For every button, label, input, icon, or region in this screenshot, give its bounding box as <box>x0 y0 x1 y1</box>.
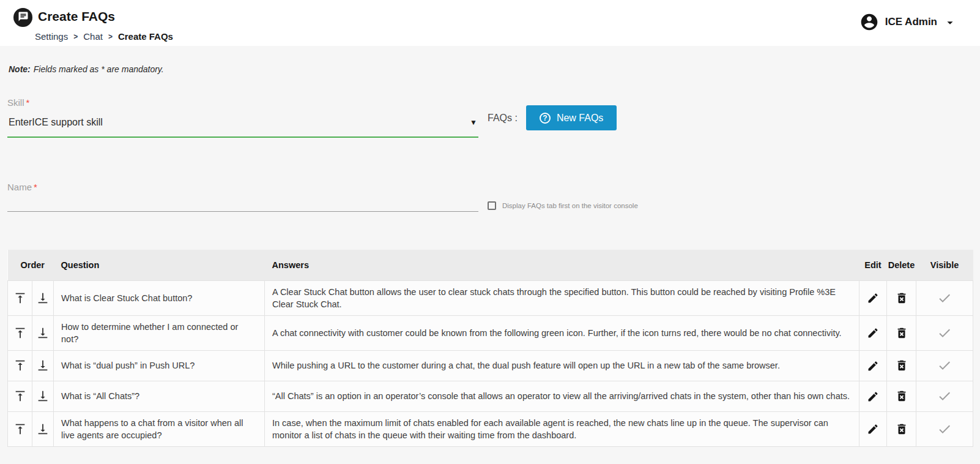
question-text: What is “All Chats”? <box>61 391 139 401</box>
note-prefix: Note: <box>9 64 31 74</box>
mandatory-note: Note:Fields marked as * are mandatory. <box>7 46 973 74</box>
pencil-icon[interactable] <box>867 391 879 403</box>
answer-cell: A Clear Stuck Chat button allows the use… <box>265 280 859 315</box>
table-row: What is Clear Stuck Chat button? A Clear… <box>8 280 973 315</box>
move-to-bottom-icon[interactable] <box>36 422 50 436</box>
question-text: What happens to a chat from a visitor wh… <box>61 418 243 440</box>
question-cell: What is “All Chats”? <box>54 381 265 411</box>
move-to-bottom-icon[interactable] <box>36 326 50 340</box>
visible-cell <box>916 315 973 350</box>
order-up-cell <box>8 315 32 350</box>
new-faqs-button[interactable]: ? New FAQs <box>526 105 617 130</box>
pencil-icon[interactable] <box>867 292 879 304</box>
move-to-top-icon[interactable] <box>13 422 27 436</box>
move-to-bottom-icon[interactable] <box>36 359 50 372</box>
answer-text: “All Chats” is an option in an operator’… <box>272 391 850 401</box>
table-row: How to determine whether I am connected … <box>8 315 973 350</box>
question-cell: What is Clear Stuck Chat button? <box>54 280 265 315</box>
visible-cell <box>916 381 973 411</box>
pencil-icon[interactable] <box>867 423 879 435</box>
page-title: Create FAQs <box>38 9 115 24</box>
move-to-bottom-icon[interactable] <box>36 389 50 403</box>
edit-cell <box>859 411 887 446</box>
order-up-cell <box>8 350 32 381</box>
checkbox-unchecked[interactable] <box>488 201 496 210</box>
answer-cell: While pushing a URL to the customer duri… <box>265 350 859 381</box>
faq-table-wrap: Order Question Answers Edit Delete Visib… <box>7 250 973 447</box>
order-up-cell <box>8 381 32 411</box>
form-left-column: Skill* EnterICE support skill ▼ Name* <box>7 97 478 212</box>
user-menu[interactable]: ICE Admin <box>859 12 957 32</box>
move-to-top-icon[interactable] <box>13 389 27 403</box>
form-right-column: FAQs : ? New FAQs Display FAQs tab first… <box>488 97 973 212</box>
pencil-icon[interactable] <box>867 327 879 339</box>
move-to-top-icon[interactable] <box>13 359 27 372</box>
trash-x-icon[interactable] <box>895 291 908 305</box>
name-label: Name* <box>7 182 478 192</box>
faqs-label: FAQs : <box>488 113 518 124</box>
note-text: Fields marked as * are mandatory. <box>34 64 164 74</box>
help-icon: ? <box>540 113 551 124</box>
move-to-top-icon[interactable] <box>13 326 27 340</box>
col-header-visible: Visible <box>916 250 973 280</box>
skill-label: Skill* <box>7 97 478 108</box>
col-header-edit: Edit <box>859 250 887 280</box>
visible-cell <box>916 350 973 381</box>
skill-select[interactable]: EnterICE support skill ▼ <box>7 113 478 138</box>
form-grid: Skill* EnterICE support skill ▼ Name* FA… <box>7 97 973 212</box>
name-input[interactable] <box>7 196 478 212</box>
breadcrumb-chat[interactable]: Chat <box>83 31 103 42</box>
display-faqs-first-checkbox-row[interactable]: Display FAQs tab first on the visitor co… <box>488 201 973 210</box>
trash-x-icon[interactable] <box>895 422 908 436</box>
delete-cell <box>887 350 916 381</box>
edit-cell <box>859 381 887 411</box>
skill-field-group: Skill* EnterICE support skill ▼ <box>7 97 478 138</box>
breadcrumb-settings[interactable]: Settings <box>35 31 68 42</box>
answer-cell: In case, when the maximum limit of chats… <box>265 411 859 446</box>
check-icon[interactable] <box>937 389 952 403</box>
required-asterisk: * <box>26 97 30 108</box>
dropdown-caret-icon: ▼ <box>470 118 477 127</box>
trash-x-icon[interactable] <box>895 326 908 340</box>
breadcrumb-separator: > <box>73 32 78 41</box>
answer-text: A chat connectivity with customer could … <box>272 328 842 338</box>
answer-cell: “All Chats” is an option in an operator’… <box>265 381 859 411</box>
col-header-answers: Answers <box>265 250 859 280</box>
skill-selected-value: EnterICE support skill <box>9 117 103 128</box>
faq-table-body: What is Clear Stuck Chat button? A Clear… <box>8 280 973 446</box>
check-icon[interactable] <box>937 422 952 436</box>
faq-table: Order Question Answers Edit Delete Visib… <box>7 250 973 447</box>
check-icon[interactable] <box>937 326 952 340</box>
app-header: Create FAQs Settings > Chat > Create FAQ… <box>0 0 980 46</box>
move-to-top-icon[interactable] <box>13 291 27 305</box>
chat-message-icon <box>18 11 29 24</box>
trash-x-icon[interactable] <box>895 389 908 403</box>
move-to-bottom-icon[interactable] <box>36 291 50 305</box>
delete-cell <box>887 381 916 411</box>
account-circle-icon <box>859 12 879 32</box>
order-down-cell <box>32 411 54 446</box>
edit-cell <box>859 315 887 350</box>
breadcrumb-current: Create FAQs <box>118 31 173 42</box>
breadcrumb: Settings > Chat > Create FAQs <box>35 31 173 42</box>
question-cell: How to determine whether I am connected … <box>54 315 265 350</box>
faqs-row: FAQs : ? New FAQs <box>488 97 973 130</box>
pencil-icon[interactable] <box>867 360 879 372</box>
table-row: What is “dual push” in Push URL? While p… <box>8 350 973 381</box>
chevron-down-icon <box>943 15 957 29</box>
table-row: What is “All Chats”? “All Chats” is an o… <box>8 381 973 411</box>
user-name: ICE Admin <box>885 16 937 28</box>
col-header-question: Question <box>54 250 265 280</box>
edit-cell <box>859 350 887 381</box>
check-icon[interactable] <box>937 358 952 373</box>
answer-text: A Clear Stuck Chat button allows the use… <box>272 287 836 309</box>
check-icon[interactable] <box>937 291 952 305</box>
order-down-cell <box>32 350 54 381</box>
edit-cell <box>859 280 887 315</box>
answer-text: While pushing a URL to the customer duri… <box>272 361 780 370</box>
checkbox-label: Display FAQs tab first on the visitor co… <box>502 202 638 209</box>
question-cell: What is “dual push” in Push URL? <box>54 350 265 381</box>
new-faqs-button-label: New FAQs <box>557 113 603 124</box>
trash-x-icon[interactable] <box>895 359 908 372</box>
question-text: How to determine whether I am connected … <box>61 322 238 344</box>
